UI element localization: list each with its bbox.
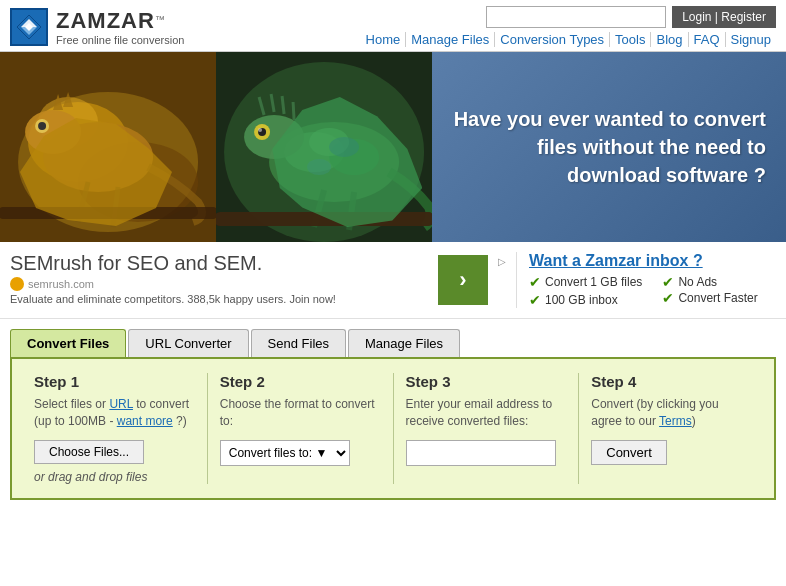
url-link[interactable]: URL [109,397,133,411]
step-3-desc: Enter your email address to receive conv… [406,396,567,430]
ad-source: semrush.com [10,277,418,291]
svg-line-27 [282,96,284,114]
svg-point-22 [329,139,379,175]
steps-panel: Step 1 Select files or URL to convert(up… [10,357,776,500]
email-input[interactable] [406,440,556,466]
check-icon-4: ✔ [662,290,674,306]
svg-line-15 [78,182,88,222]
step-4-title: Step 4 [591,373,752,390]
inbox-col-right: ✔ No Ads ✔ Convert Faster [662,274,757,308]
svg-point-31 [258,128,262,132]
ad-block: SEMrush for SEO and SEM. semrush.com Eva… [10,252,418,308]
nav-conversion-types[interactable]: Conversion Types [495,32,610,47]
hero-chameleon-2 [216,52,432,242]
svg-line-35 [349,192,354,230]
ad-desc: Evaluate and eliminate competitors. 388,… [10,293,418,305]
svg-rect-17 [0,207,216,219]
logo-subtitle: Free online file conversion [56,34,184,46]
hero-banner: Have you ever wanted to convert files wi… [0,52,786,242]
step-1-title: Step 1 [34,373,195,390]
hero-chameleon-1 [0,52,216,242]
promo-section: SEMrush for SEO and SEM. semrush.com Eva… [0,242,786,319]
step-1-desc: Select files or URL to convert(up to 100… [34,396,195,430]
step-2-title: Step 2 [220,373,381,390]
step-3-title: Step 3 [406,373,567,390]
inbox-feature-label-3: 100 GB inbox [545,293,618,307]
step-2-desc: Choose the format to convert to: [220,396,381,430]
drag-drop-label: or drag and drop files [34,470,195,484]
logo-tm: ™ [155,13,165,24]
svg-point-33 [307,159,331,175]
logo-area: ZAMZAR™ Free online file conversion [10,8,184,46]
header-right: Login | Register Home Manage Files Conve… [361,6,776,47]
inbox-feature-4: ✔ Convert Faster [662,290,757,306]
ad-arrow-icon: › [459,267,466,293]
want-more-link[interactable]: want more [117,414,173,428]
tab-convert-files[interactable]: Convert Files [10,329,126,357]
tab-url-converter[interactable]: URL Converter [128,329,248,357]
svg-line-28 [293,102,294,120]
check-icon-3: ✔ [529,292,541,308]
check-icon-2: ✔ [662,274,674,290]
nav-bar: Home Manage Files Conversion Types Tools… [361,32,776,47]
svg-point-10 [25,110,81,154]
inbox-col-left: ✔ Convert 1 GB files ✔ 100 GB inbox [529,274,642,308]
logo-icon [10,8,48,46]
tab-send-files[interactable]: Send Files [251,329,346,357]
tabs: Convert Files URL Converter Send Files M… [10,329,776,357]
search-input[interactable] [486,6,666,28]
login-label: Login [682,10,711,24]
convert-button[interactable]: Convert [591,440,667,465]
step-3: Step 3 Enter your email address to recei… [394,373,580,484]
nav-manage-files[interactable]: Manage Files [406,32,495,47]
ad-source-text: semrush.com [28,278,94,290]
inbox-title[interactable]: Want a Zamzar inbox ? [529,252,776,270]
ad-source-icon [10,277,24,291]
svg-point-32 [329,137,359,157]
search-login-row: Login | Register [486,6,776,28]
hero-headline: Have you ever wanted to convert files wi… [452,105,766,189]
inbox-feature-1: ✔ Convert 1 GB files [529,274,642,290]
svg-rect-37 [216,212,432,226]
inbox-promo: Want a Zamzar inbox ? ✔ Convert 1 GB fil… [516,252,776,308]
ad-title: SEMrush for SEO and SEM. [10,252,418,275]
step-1: Step 1 Select files or URL to convert(up… [22,373,208,484]
terms-link[interactable]: Terms [659,414,692,428]
step-2: Step 2 Choose the format to convert to: … [208,373,394,484]
svg-line-16 [113,187,118,227]
ad-arrow-button[interactable]: › [438,255,488,305]
inbox-feature-3: ✔ 100 GB inbox [529,292,642,308]
logo-text-area: ZAMZAR™ Free online file conversion [56,8,184,46]
format-select[interactable]: Convert files to: ▼ [220,440,350,466]
ad-badge: ▷ [498,256,506,267]
svg-point-23 [309,128,349,156]
register-label: Register [721,10,766,24]
tabs-section: Convert Files URL Converter Send Files M… [0,319,786,500]
inbox-feature-2: ✔ No Ads [662,274,757,290]
separator: | [715,10,718,24]
logo-title: ZAMZAR™ [56,8,184,34]
login-register-button[interactable]: Login | Register [672,6,776,28]
svg-point-20 [269,122,399,202]
inbox-features: ✔ Convert 1 GB files ✔ 100 GB inbox ✔ No… [529,274,776,308]
nav-signup[interactable]: Signup [726,32,776,47]
tab-manage-files[interactable]: Manage Files [348,329,460,357]
svg-point-24 [244,115,304,159]
nav-faq[interactable]: FAQ [689,32,726,47]
check-icon-1: ✔ [529,274,541,290]
inbox-feature-label-2: No Ads [678,275,717,289]
svg-point-21 [284,132,344,172]
svg-point-12 [38,122,46,130]
inbox-feature-label-1: Convert 1 GB files [545,275,642,289]
inbox-feature-label-4: Convert Faster [678,291,757,305]
hero-images [0,52,432,242]
svg-point-9 [43,122,153,192]
nav-home[interactable]: Home [361,32,407,47]
header: ZAMZAR™ Free online file conversion Logi… [0,0,786,52]
step-4-desc: Convert (by clicking you agree to our Te… [591,396,752,430]
choose-files-button[interactable]: Choose Files... [34,440,144,464]
nav-tools[interactable]: Tools [610,32,651,47]
nav-blog[interactable]: Blog [651,32,688,47]
logo-name: ZAMZAR [56,8,155,33]
step-4: Step 4 Convert (by clicking you agree to… [579,373,764,484]
